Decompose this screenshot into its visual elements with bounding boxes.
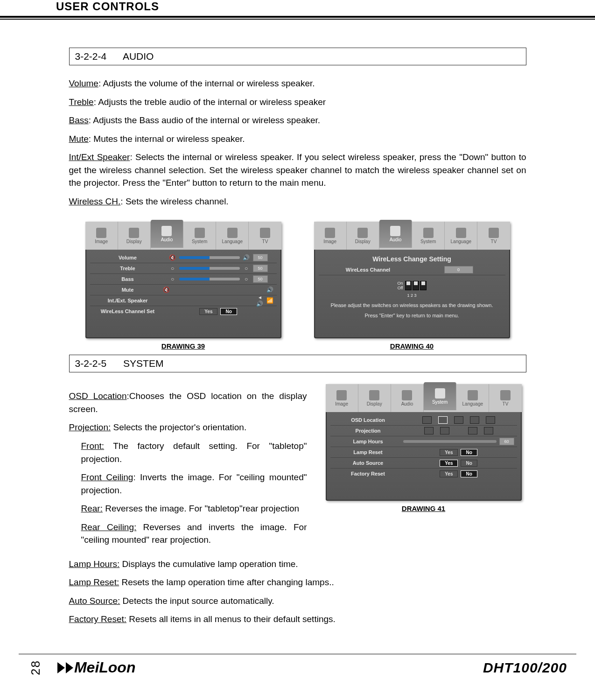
osd-pos-icon [422, 416, 432, 424]
osd-pos-icon [486, 416, 495, 424]
para-factoryreset: Factory Reset: Resets all items in all m… [69, 613, 526, 626]
logo-triangle-icon [57, 662, 65, 673]
para-bass: Bass: Adjusts the Bass audio of the inte… [69, 114, 526, 127]
proj-mode-icon [484, 427, 493, 434]
osd-row-treble: Treble50 [90, 263, 277, 274]
osd-tab-audio: Audio [379, 220, 412, 248]
para-intext: Int/Ext Speaker: Selects the internal or… [69, 151, 526, 189]
caption-drawing39: DRAWING 39 [85, 342, 281, 350]
osd-audio-screenshot: Image Display Audio System Language TV V… [85, 222, 281, 338]
para-autosource: Auto Source: Detects the input source au… [69, 595, 526, 608]
volume-high-icon [243, 254, 250, 261]
section-audio-title: 3-2-2-4 AUDIO [69, 48, 526, 65]
para-mute: Mute: Mutes the internal or wireless spe… [69, 133, 526, 146]
brand-logo: MeiLoon [57, 659, 136, 676]
osd-row-autosource: Auto SourceYesNo [330, 458, 517, 469]
osd-row-volume: Volume50 [90, 252, 277, 263]
osd-wireless-title: WireLess Change Setting [319, 255, 505, 263]
volume-low-icon [169, 254, 176, 261]
rule [0, 19, 595, 20]
proj-mode-icon [440, 427, 449, 434]
caption-drawing40: DRAWING 40 [314, 342, 510, 350]
caption-drawing41: DRAWING 41 [321, 504, 526, 512]
para-projection: Projection: Selects the projector's orie… [69, 421, 307, 434]
osd-system-screenshot: Image Display Audio System Language TV O… [326, 384, 522, 501]
osd-tab-audio: Audio [391, 384, 424, 412]
osd-tab-system: System [183, 222, 216, 250]
model-number: DHT100/200 [483, 660, 567, 676]
osd-tab-image: Image [326, 384, 358, 412]
osd-row-osdloc: OSD Location [330, 415, 517, 426]
section-number: 3-2-2-5 [75, 358, 107, 369]
para-osdloc: OSD Location:Chooses the OSD location on… [69, 390, 307, 415]
osd-row-factoryreset: Factory ResetYesNo [330, 469, 517, 479]
osd-row-wlset: WireLess Channel SetYesNo [90, 306, 277, 316]
logo-triangle-icon [66, 662, 73, 673]
section-system-title: 3-2-2-5 SYSTEM [69, 355, 526, 372]
osd-tab-language: Language [445, 222, 477, 250]
mute-on-icon [266, 286, 274, 294]
external-speaker-icon: 📶 [266, 297, 274, 304]
osd-tab-audio: Audio [151, 220, 183, 248]
osd-row-projection: Projection [330, 426, 517, 436]
proj-mode-icon [468, 427, 477, 434]
page-header: USER CONTROLS [0, 0, 595, 13]
mute-off-icon [163, 286, 170, 294]
osd-tab-tv: TV [477, 222, 510, 250]
osd-tab-system: System [424, 382, 456, 410]
osd-row-lampreset: Lamp ResetYesNo [330, 447, 517, 458]
osd-tab-image: Image [314, 222, 347, 250]
para-frontceiling: Front Ceiling: Inverts the image. For "c… [81, 471, 307, 497]
section-number: 3-2-2-4 [75, 51, 107, 62]
para-wireless: Wireless CH.: Sets the wireless channel. [69, 195, 526, 208]
osd-tab-language: Language [216, 222, 249, 250]
proj-mode-icon [424, 427, 434, 434]
osd-row-mute: Mute [90, 285, 277, 295]
dip-switch-icon [405, 281, 427, 290]
para-treble: Treble: Adjusts the treble audio of the … [69, 96, 526, 109]
rule [0, 16, 595, 18]
para-rearceiling: Rear Ceiling: Reverses and inverts the i… [81, 521, 307, 546]
osd-wireless-msg1: Please adjust the switches on wireless s… [328, 302, 496, 308]
section-name: SYSTEM [123, 358, 163, 369]
osd-tab-tv: TV [249, 222, 281, 250]
para-front: Front: The factory default setting. For … [81, 440, 307, 465]
osd-row-lamphours: Lamp Hours60 [330, 436, 517, 447]
osd-row-bass: Bass50 [90, 274, 277, 285]
osd-pos-icon [470, 416, 479, 424]
osd-row-intext: Int./Ext. Speaker◂🔊📶 [90, 295, 277, 306]
osd-tab-display: Display [347, 222, 379, 250]
para-lampreset: Lamp Reset: Resets the lamp operation ti… [69, 576, 526, 589]
page-number: 28 [28, 660, 43, 675]
osd-tab-system: System [412, 222, 445, 250]
para-volume: Volume: Adjusts the volume of the intern… [69, 77, 526, 90]
osd-tab-image: Image [85, 222, 118, 250]
osd-tab-display: Display [358, 384, 391, 412]
osd-pos-icon [454, 416, 463, 424]
osd-tab-tv: TV [489, 384, 521, 412]
osd-tab-language: Language [456, 384, 489, 412]
osd-wireless-screenshot: Image Display Audio System Language TV W… [314, 222, 510, 338]
para-rear: Rear: Reverses the image. For "tabletop"… [81, 502, 307, 515]
osd-tab-display: Display [118, 222, 151, 250]
osd-wireless-msg2: Press "Enter" key to return to main menu… [328, 313, 496, 318]
osd-pos-icon [438, 416, 448, 424]
para-lamphours: Lamp Hours: Displays the cumulative lamp… [69, 558, 526, 571]
osd-row-wlchannel: WireLess Channel0 [319, 265, 505, 275]
section-name: AUDIO [123, 51, 154, 62]
internal-speaker-icon: ◂🔊 [256, 297, 264, 304]
